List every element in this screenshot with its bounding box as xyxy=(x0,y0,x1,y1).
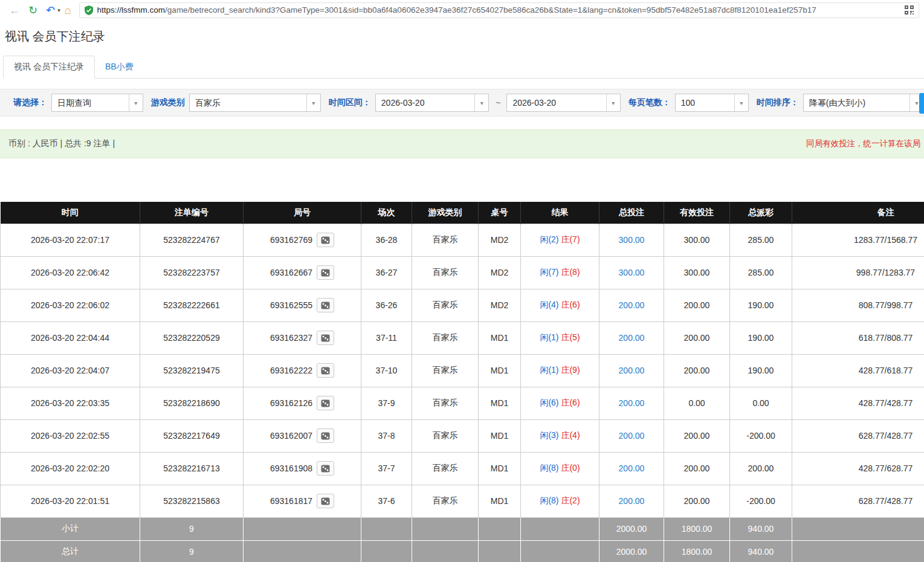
records-table-wrap: 时间注单编号局号场次游戏类别桌号结果总投注有效投注总派彩备注2026-03-20… xyxy=(0,202,924,562)
total-bet-link[interactable]: 200.00 xyxy=(619,300,645,310)
result-banker: 庄(6) xyxy=(561,398,580,407)
cell-bet-id: 523282216713 xyxy=(140,452,244,485)
sort-order-label: 时间排序： xyxy=(757,97,799,108)
cell-total-bet: 300.00 xyxy=(599,256,664,289)
summary-bar: 币别 : 人民币 | 总共 :9 注单 | 同局有效投注，统一计算在该局 xyxy=(0,129,924,158)
round-cell-content: 693162126 xyxy=(270,396,334,410)
cell-bet-id: 523282215863 xyxy=(140,485,244,517)
page-title: 视讯 会员下注纪录 xyxy=(5,28,924,45)
total-bet-link[interactable]: 200.00 xyxy=(619,366,645,375)
cell-total-bet: 200.00 xyxy=(599,485,664,517)
browser-toolbar: ← ↻ ↶ ▾ ⌂ https://lssfmm.com /game/betre… xyxy=(0,0,924,20)
cell-game-type: 百家乐 xyxy=(412,321,479,354)
round-detail-button[interactable] xyxy=(317,396,334,410)
round-id: 693162769 xyxy=(270,235,312,245)
qr-code-icon[interactable] xyxy=(905,5,914,15)
round-cell-content: 693162222 xyxy=(270,363,334,378)
total-bet-link[interactable]: 300.00 xyxy=(619,235,645,245)
tab-bet-records[interactable]: 视讯 会员下注纪录 xyxy=(3,56,95,79)
cell-round: 693162667 xyxy=(244,256,361,289)
column-header: 局号 xyxy=(244,202,361,224)
round-detail-button[interactable] xyxy=(317,331,334,345)
footer-empty xyxy=(244,540,361,562)
column-header: 注单编号 xyxy=(140,202,244,224)
header-row: 时间注单编号局号场次游戏类别桌号结果总投注有效投注总派彩备注 xyxy=(1,202,924,224)
round-detail-button[interactable] xyxy=(317,363,334,378)
table-row: 2026-03-20 22:06:02523282222661693162555… xyxy=(1,289,924,321)
page-size-label: 每页笔数： xyxy=(628,97,671,108)
game-type-select[interactable]: 百家乐 ▾ xyxy=(189,94,321,112)
back-icon[interactable]: ← xyxy=(5,5,24,16)
total-bet-link[interactable]: 200.00 xyxy=(619,496,645,506)
url-origin: https://lssfmm.com xyxy=(97,5,166,15)
round-detail-button[interactable] xyxy=(317,461,334,476)
result-banker: 庄(2) xyxy=(561,496,580,505)
round-id: 693161817 xyxy=(270,496,312,506)
total-bet-link[interactable]: 300.00 xyxy=(619,268,645,277)
round-cell-content: 693161908 xyxy=(270,461,334,476)
game-type-label: 游戏类别 xyxy=(151,97,185,108)
round-detail-button[interactable] xyxy=(317,233,334,247)
cell-session: 37-6 xyxy=(361,485,412,517)
total-bet-link[interactable]: 200.00 xyxy=(619,463,645,473)
footer-total-bet: 2000.00 xyxy=(599,517,664,540)
date-to-select[interactable]: 2026-03-20 ▾ xyxy=(506,94,620,112)
address-bar[interactable]: https://lssfmm.com /game/betrecord_searc… xyxy=(79,2,919,18)
column-header: 总派彩 xyxy=(730,202,792,224)
round-cell-content: 693162769 xyxy=(270,233,334,247)
sort-order-select[interactable]: 降幂(由大到小) ▾ xyxy=(803,94,924,112)
date-from-select[interactable]: 2026-03-20 ▾ xyxy=(375,94,489,112)
footer-empty xyxy=(412,517,479,540)
table-row: 2026-03-20 22:02:20523282216713693161908… xyxy=(1,452,924,485)
cell-bet-id: 523282224767 xyxy=(140,224,244,256)
cell-result: 闲(6) 庄(6) xyxy=(521,387,599,419)
cell-payout: 200.00 xyxy=(730,452,792,485)
cell-session: 36-28 xyxy=(361,224,412,256)
footer-empty xyxy=(361,540,412,562)
total-bet-link[interactable]: 200.00 xyxy=(619,431,645,441)
search-button[interactable] xyxy=(919,93,924,114)
column-header: 备注 xyxy=(792,202,924,224)
cell-valid-bet: 300.00 xyxy=(664,256,730,289)
refresh-icon[interactable]: ↻ xyxy=(24,5,42,16)
chevron-down-icon[interactable]: ▾ xyxy=(474,94,488,111)
round-detail-button[interactable] xyxy=(317,494,334,508)
cell-table-number: MD2 xyxy=(479,289,521,321)
cell-note: 428.77/628.77 xyxy=(792,452,924,485)
column-header: 结果 xyxy=(521,202,599,224)
cell-time: 2026-03-20 22:06:02 xyxy=(1,289,140,321)
range-separator: ~ xyxy=(496,98,500,108)
cell-game-type: 百家乐 xyxy=(412,354,479,387)
chevron-down-icon[interactable]: ▾ xyxy=(306,94,320,111)
round-detail-button[interactable] xyxy=(317,298,334,312)
cell-table-number: MD2 xyxy=(479,224,521,256)
round-cell-content: 693162327 xyxy=(270,331,334,345)
query-type-select[interactable]: 日期查询 ▾ xyxy=(51,94,143,112)
round-detail-button[interactable] xyxy=(317,428,334,443)
cell-payout: 0.00 xyxy=(730,387,792,419)
round-detail-button[interactable] xyxy=(317,265,334,280)
security-shield-icon[interactable] xyxy=(85,5,93,15)
home-icon[interactable]: ⌂ xyxy=(60,5,76,16)
cell-table-number: MD1 xyxy=(479,387,521,419)
cell-game-type: 百家乐 xyxy=(412,289,479,321)
cell-session: 37-8 xyxy=(361,419,412,452)
column-header: 游戏类别 xyxy=(412,202,479,224)
page-size-select[interactable]: 100 ▾ xyxy=(675,94,749,112)
tab-bb-tip[interactable]: BB小费 xyxy=(95,56,144,78)
total-bet-link[interactable]: 200.00 xyxy=(619,398,645,408)
round-id: 693162667 xyxy=(270,268,312,277)
total-bet-link[interactable]: 200.00 xyxy=(619,333,645,343)
filter-bar: 请选择： 日期查询 ▾ 游戏类别 百家乐 ▾ 时间区间： 2026-03-20 … xyxy=(0,89,924,117)
chevron-down-icon[interactable]: ▾ xyxy=(606,94,620,111)
undo-icon[interactable]: ↶ xyxy=(42,5,59,16)
cell-result: 闲(1) 庄(9) xyxy=(521,354,599,387)
cell-round: 693162769 xyxy=(244,224,361,256)
cell-session: 37-7 xyxy=(361,452,412,485)
footer-label: 小计 xyxy=(1,517,140,540)
chevron-down-icon[interactable]: ▾ xyxy=(734,94,748,111)
chevron-down-icon[interactable]: ▾ xyxy=(129,94,143,111)
cell-time: 2026-03-20 22:02:55 xyxy=(1,419,140,452)
dice-icon xyxy=(321,236,330,244)
cell-valid-bet: 200.00 xyxy=(664,419,730,452)
